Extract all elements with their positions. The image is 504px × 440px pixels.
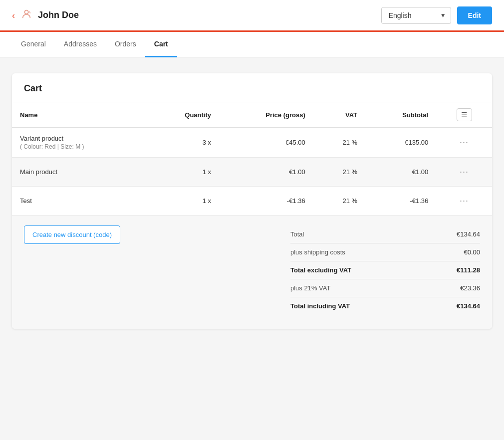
col-quantity: Quantity [148,102,219,128]
cart-card-header: Cart [12,73,492,102]
table-row: Test1 x-€1.3621 %-€1.36··· [12,187,492,216]
summary-value: €0.00 [464,248,480,256]
summary-value: €134.64 [457,230,480,238]
tab-cart[interactable]: Cart [145,32,177,57]
product-name-cell: Variant product( Colour: Red | Size: M ) [12,128,148,158]
summary-row: Total excluding VAT€111.28 [290,261,480,279]
product-name: Test [20,197,32,205]
summary-row: plus 21% VAT€23.36 [290,279,480,297]
product-vat: 21 % [313,158,365,187]
summary-label: Total including VAT [290,302,350,310]
product-price: -€1.36 [219,187,313,216]
product-subtotal: €1.00 [365,158,436,187]
product-vat: 21 % [313,187,365,216]
table-header-row: Name Quantity Price (gross) VAT Subtotal… [12,102,492,128]
summary-row: Total including VAT€134.64 [290,297,480,315]
cart-title: Cart [24,83,480,94]
tab-addresses[interactable]: Addresses [55,32,106,57]
product-variant: ( Colour: Red | Size: M ) [20,143,140,150]
product-quantity: 3 x [148,128,219,158]
product-name-cell: Main product [12,158,148,187]
tab-general[interactable]: General [12,32,55,57]
row-action-cell: ··· [436,128,492,158]
product-name: Variant product [20,135,63,142]
cart-footer: Create new discount (code) Total€134.64p… [12,216,492,329]
product-vat: 21 % [313,128,365,158]
row-action-cell: ··· [436,158,492,187]
create-discount-button[interactable]: Create new discount (code) [24,225,120,244]
product-name: Main product [20,168,57,176]
row-more-button[interactable]: ··· [456,165,473,179]
edit-button[interactable]: Edit [457,6,492,24]
header-right: English German French Spanish ▼ Edit [381,6,492,24]
product-price: €1.00 [219,158,313,187]
product-subtotal: €135.00 [365,128,436,158]
cart-table: Name Quantity Price (gross) VAT Subtotal… [12,102,492,216]
table-menu-button[interactable]: ☰ [457,108,472,121]
table-row: Variant product( Colour: Red | Size: M )… [12,128,492,158]
col-price-gross: Price (gross) [219,102,313,128]
summary-label: Total excluding VAT [290,266,351,274]
summary-label: plus 21% VAT [290,284,330,292]
language-select[interactable]: English German French Spanish [381,7,451,24]
header-left: ‹ John Doe [12,8,79,22]
summary-value: €111.28 [457,266,480,274]
user-icon [21,8,32,22]
language-selector[interactable]: English German French Spanish ▼ [381,7,451,24]
summary-row: plus shipping costs€0.00 [290,243,480,261]
discount-section: Create new discount (code) [24,225,120,244]
col-subtotal: Subtotal [365,102,436,128]
tab-orders[interactable]: Orders [106,32,145,57]
summary-value: €23.36 [460,284,480,292]
row-more-button[interactable]: ··· [456,135,473,150]
product-price: €45.00 [219,128,313,158]
summary-label: Total [290,230,304,238]
row-more-button[interactable]: ··· [456,194,473,208]
product-name-cell: Test [12,187,148,216]
tabs-nav: General Addresses Orders Cart [0,32,504,57]
back-icon[interactable]: ‹ [12,11,15,20]
col-actions: ☰ [436,102,492,128]
svg-point-0 [24,10,28,14]
summary-row: Total€134.64 [290,225,480,243]
main-content: Cart Name Quantity Price (gross) VAT Sub… [0,57,504,345]
product-quantity: 1 x [148,187,219,216]
col-name: Name [12,102,148,128]
header: ‹ John Doe English German French Spanish… [0,0,504,32]
table-row: Main product1 x€1.0021 %€1.00··· [12,158,492,187]
summary-table: Total€134.64plus shipping costs€0.00Tota… [290,225,480,315]
cart-card: Cart Name Quantity Price (gross) VAT Sub… [12,73,492,329]
summary-value: €134.64 [457,302,480,310]
product-subtotal: -€1.36 [365,187,436,216]
col-vat: VAT [313,102,365,128]
product-quantity: 1 x [148,158,219,187]
page-title: John Doe [38,10,79,20]
summary-label: plus shipping costs [290,248,345,256]
row-action-cell: ··· [436,187,492,216]
